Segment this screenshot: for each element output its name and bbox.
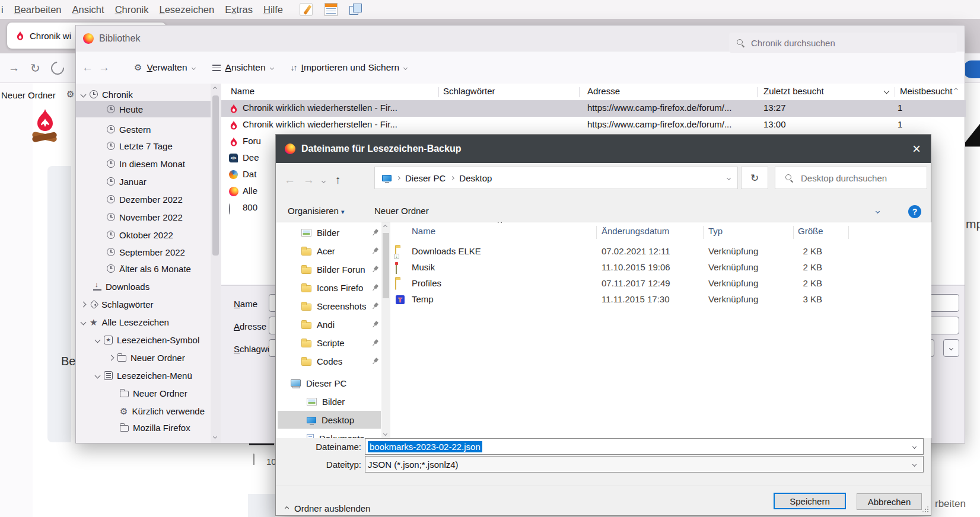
scrollbar-thumb[interactable]	[212, 95, 219, 256]
tree-item-september-2022[interactable]: September 2022	[76, 244, 211, 260]
calendar-icon[interactable]	[324, 3, 338, 16]
history-dropdown-icon[interactable]	[322, 179, 326, 183]
tree-item-downloads[interactable]: Downloads	[76, 278, 211, 295]
tree-item-november-2022[interactable]: November 2022	[76, 209, 211, 225]
col-modified[interactable]: Änderungsdatum	[602, 226, 669, 236]
collapse-icon[interactable]	[81, 319, 87, 325]
sidebar-item-screenshots[interactable]: Screenshots	[278, 297, 381, 315]
breadcrumb-dieser-pc[interactable]: Dieser PC	[405, 173, 446, 183]
col-size[interactable]: Größe	[798, 226, 823, 236]
tree-item-gestern[interactable]: Gestern	[76, 121, 211, 138]
page-blue-pill[interactable]	[963, 60, 980, 78]
sort-descending-icon[interactable]	[884, 88, 890, 94]
back-icon[interactable]: ←	[284, 174, 295, 187]
cancel-button[interactable]: Abbrechen	[857, 493, 922, 510]
tree-item-neuer-ordner-2[interactable]: Neuer Ordner	[76, 385, 211, 401]
menu-ansicht[interactable]: Ansicht	[72, 4, 104, 15]
col-tags[interactable]: Schlagwörter	[443, 86, 495, 96]
dropdown-icon[interactable]	[912, 444, 917, 448]
file-row-temp[interactable]: Temp 11.11.2015 17:30 Verknüpfung 3 KB	[390, 292, 931, 308]
sidebar-item-bilder-forum[interactable]: Bilder Forun	[278, 260, 381, 278]
tree-item-dezember-2022[interactable]: Dezember 2022	[76, 191, 211, 208]
filename-combobox[interactable]: bookmarks-2023-02-22.json	[365, 438, 924, 455]
tree-item-neuer-ordner-1[interactable]: Neuer Ordner	[76, 349, 211, 366]
sidebar-item-scripte[interactable]: Scripte	[278, 334, 381, 352]
open-circle-icon[interactable]	[48, 59, 66, 77]
hide-folders-button[interactable]: Ordner ausblenden	[285, 503, 370, 513]
page-gear-icon[interactable]	[66, 89, 74, 99]
menu-hilfe[interactable]: Hilfe	[263, 4, 283, 15]
sidebar-item-codes[interactable]: Codes	[278, 352, 381, 370]
scroll-down-icon[interactable]	[383, 432, 387, 436]
forward-icon[interactable]: →	[303, 174, 314, 187]
sort-ascending-icon[interactable]	[498, 222, 502, 225]
menu-chronik[interactable]: Chronik	[115, 4, 149, 15]
import-backup-button[interactable]: Importieren und Sichern	[285, 58, 413, 77]
menu-bearbeiten[interactable]: Bearbeiten	[14, 4, 62, 15]
save-button[interactable]: Speichern	[774, 493, 846, 509]
collapse-icon[interactable]	[81, 91, 87, 97]
scroll-up-icon[interactable]	[213, 87, 217, 91]
menu-extras[interactable]: Extras	[225, 4, 253, 15]
tree-item-lesezeichen-menue[interactable]: Lesezeichen-Menü	[76, 367, 211, 384]
sidebar-scrollbar[interactable]	[381, 222, 390, 438]
dialog-search-box[interactable]	[775, 167, 927, 189]
sidebar-item-bilder[interactable]: Bilder	[278, 392, 381, 410]
tree-item-chronik[interactable]: Chronik	[76, 86, 211, 103]
tree-item-letzte-7-tage[interactable]: Letzte 7 Tage	[76, 138, 211, 154]
note-edit-icon[interactable]	[300, 3, 313, 16]
menu-datei-partial[interactable]: i	[1, 4, 4, 15]
tree-item-schlagwoerter[interactable]: Schlagwörter	[76, 296, 211, 312]
sidebar-item-bilder-pinned[interactable]: Bilder	[278, 224, 381, 241]
col-most-visited[interactable]: Meistbesucht	[900, 86, 952, 96]
tags-dropdown-button[interactable]	[943, 339, 959, 357]
tree-item-lesezeichen-symbolleiste[interactable]: Lesezeichen-Symbol	[76, 331, 211, 348]
reload-icon[interactable]: ↻	[30, 61, 40, 75]
file-row-musik[interactable]: Musik 11.10.2015 19:06 Verknüpfung 2 KB	[390, 260, 931, 276]
scroll-up-icon[interactable]	[383, 225, 387, 229]
page-partial-text-rbeiten[interactable]: rbeiten	[935, 498, 966, 510]
file-row-downloads-elke[interactable]: Downloads ELKE 07.02.2021 12:11 Verknüpf…	[390, 244, 931, 260]
dropdown-icon[interactable]	[912, 462, 917, 466]
tree-item-in-diesem-monat[interactable]: In diesem Monat	[76, 155, 211, 172]
help-icon[interactable]	[908, 205, 921, 218]
col-type[interactable]: Typ	[708, 226, 723, 236]
breadcrumb-desktop[interactable]: Desktop	[459, 173, 492, 183]
page-new-folder-label[interactable]: Neuer Ordner	[1, 90, 68, 100]
organize-button[interactable]: Organisieren ▾	[288, 206, 345, 216]
dialog-close-button[interactable]	[902, 135, 931, 163]
resize-grip[interactable]	[921, 505, 929, 513]
tree-item-aelter-als-6-monate[interactable]: Älter als 6 Monate	[76, 260, 211, 277]
expand-icon[interactable]	[81, 301, 87, 307]
view-dropdown-icon[interactable]	[876, 209, 880, 213]
filename-value-selected[interactable]: bookmarks-2023-02-22.json	[368, 441, 482, 452]
sidebar-item-andi[interactable]: Andi	[278, 315, 381, 333]
tree-item-heute[interactable]: Heute	[76, 101, 212, 117]
menu-lesezeichen[interactable]: Lesezeichen	[160, 4, 215, 15]
scrollbar-thumb[interactable]	[383, 233, 389, 298]
tree-item-alle-lesezeichen[interactable]: Alle Lesezeichen	[76, 314, 211, 330]
file-row-profiles[interactable]: Profiles 07.11.2017 12:49 Verknüpfung 2 …	[390, 276, 931, 292]
history-row-2[interactable]: Chronik wirklich wiederherstellen - Fir.…	[221, 117, 966, 133]
sidebar-item-dieser-pc[interactable]: Dieser PC	[278, 374, 381, 392]
address-dropdown-icon[interactable]	[727, 175, 731, 180]
forward-icon[interactable]: →	[8, 62, 20, 75]
sidebar-item-acer[interactable]: Acer	[278, 242, 381, 260]
expand-icon[interactable]	[109, 355, 114, 360]
scroll-down-icon[interactable]	[213, 435, 217, 439]
tree-item-januar[interactable]: Januar	[76, 173, 211, 190]
back-icon[interactable]: ←	[82, 61, 93, 74]
verwalten-button[interactable]: Verwalten	[128, 58, 201, 77]
up-icon[interactable]: ↑	[335, 174, 341, 187]
tree-item-kuerzlich-verwendet[interactable]: Kürzlich verwende	[76, 403, 211, 419]
dialog-titlebar[interactable]: Dateiname für Lesezeichen-Backup	[276, 135, 931, 163]
col-address[interactable]: Adresse	[587, 86, 620, 96]
library-search-input[interactable]	[751, 38, 923, 48]
sidebar-item-desktop[interactable]: Desktop	[278, 411, 381, 429]
tree-item-oktober-2022[interactable]: Oktober 2022	[76, 226, 211, 243]
col-name[interactable]: Name	[231, 86, 254, 96]
tree-item-mozilla-firefox[interactable]: Mozilla Firefox	[76, 419, 211, 436]
filetype-combobox[interactable]: JSON (*.json;*.jsonlz4)	[365, 456, 924, 473]
new-folder-button[interactable]: Neuer Ordner	[374, 206, 429, 216]
sidebar-item-dokumente[interactable]: Dokumente	[278, 429, 381, 438]
